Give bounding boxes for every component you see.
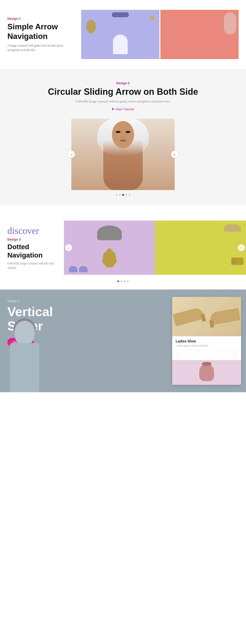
section3-dotted-nav: discover Design 3 Dotted Navigation Full…: [0, 206, 246, 278]
section1-description: 3 image carousel with gutter and circula…: [7, 43, 74, 52]
section2-carousel-wrapper: ‹ ›: [71, 119, 175, 190]
product-arrow-left[interactable]: ‹: [176, 352, 182, 358]
section3-carousel-area: ‹ ›: [64, 220, 246, 275]
section4-vertical-slider: Design 4 Vertical Slider Shop Now: [0, 290, 246, 392]
product-subtitle: Lorem ipsum dolor sit amet: [176, 344, 238, 347]
flower-decoration: [150, 16, 155, 20]
sunglasses-decoration: [112, 12, 129, 17]
left-eye: [116, 131, 121, 133]
s3-dot-3[interactable]: [124, 280, 125, 282]
hat-decoration: [97, 226, 122, 240]
section2-carousel: [71, 119, 175, 190]
shoe-heel-right: [201, 314, 206, 322]
section3-design-label: Design 3: [7, 238, 59, 241]
section1-design-label: Design 1: [7, 17, 74, 20]
shoe-heel-left: [209, 320, 214, 328]
section2-header: Design 2 Circular Sliding Arrow on Both …: [7, 81, 239, 111]
person-body: [10, 343, 39, 392]
product-card-nav: ‹ ›: [172, 350, 241, 360]
shoes-decoration: [69, 266, 88, 272]
dot-3[interactable]: [122, 194, 124, 196]
dot-2[interactable]: [119, 194, 121, 196]
section2-description: Fullwidth image carousel without gutter,…: [7, 100, 239, 104]
section1-simple-arrow: Design 1 Simple Arrow Navigation 3 image…: [0, 0, 246, 69]
section1-images: [81, 10, 239, 59]
section3-container: discover Design 3 Dotted Navigation Full…: [0, 206, 246, 290]
s3-dot-4[interactable]: [127, 280, 129, 282]
product-card-image: [172, 297, 241, 336]
shoe-left-display: [209, 308, 241, 325]
section3-bottom: [0, 278, 246, 290]
section1-title: Simple Arrow Navigation: [7, 22, 74, 41]
nose: [122, 136, 124, 138]
belt-decoration: [231, 258, 244, 265]
s3-dot-2[interactable]: [121, 280, 122, 282]
play-icon: [112, 108, 114, 110]
buckle-decoration: [233, 259, 236, 263]
dot-1[interactable]: [116, 194, 118, 196]
leaf-gold-decoration: [102, 248, 117, 267]
shoe-right: [79, 266, 88, 272]
section3-image-yellow: [155, 220, 246, 275]
shoe-right-display: [173, 307, 205, 326]
section2-circular-arrow: Design 2 Circular Sliding Arrow on Both …: [0, 69, 246, 206]
discover-script: discover: [7, 225, 59, 236]
vase-opening: [202, 362, 212, 366]
product-card: Ladies Shoe Lorem ipsum dolor sit amet ‹…: [172, 297, 241, 385]
clothing-decoration: [221, 14, 235, 33]
carousel-arrow-right[interactable]: ›: [171, 151, 178, 158]
carousel-arrow-left[interactable]: ‹: [68, 151, 75, 158]
leaf-decoration: [86, 20, 96, 33]
product-arrow-right[interactable]: ›: [232, 352, 238, 358]
section4-right: Ladies Shoe Lorem ipsum dolor sit amet ‹…: [69, 290, 246, 392]
model-face: [112, 121, 134, 148]
shoes-top: [224, 224, 244, 238]
s3-dot-1[interactable]: [117, 280, 119, 282]
vase-decoration: [199, 364, 214, 381]
section2-dots: [7, 190, 239, 206]
dot-5[interactable]: [129, 194, 130, 196]
section1-image-purple: [81, 10, 159, 59]
section3-arrow-left[interactable]: ‹: [65, 244, 72, 251]
product-card-body: Ladies Shoe Lorem ipsum dolor sit amet: [172, 336, 241, 350]
section1-image-pink: [160, 10, 239, 59]
section2-design-label: Design 2: [7, 81, 239, 85]
person-figure: [0, 314, 54, 392]
section1-text-block: Design 1 Simple Arrow Navigation 3 image…: [7, 17, 81, 52]
dot-4[interactable]: [125, 194, 127, 196]
shoe-top-item: [224, 224, 241, 232]
section3-carousel: [64, 220, 246, 275]
section3-description: Fullwidth image carousel with title and …: [7, 261, 59, 270]
model-wrapper: [98, 119, 148, 190]
view-tutorial-link[interactable]: View Tutorial: [112, 107, 134, 111]
section4-left: Design 4 Vertical Slider Shop Now: [0, 290, 69, 392]
lips: [120, 140, 126, 142]
right-eye: [125, 131, 130, 133]
section4-design-label: Design 4: [7, 299, 61, 303]
person-head: [15, 321, 34, 346]
model-body: [103, 126, 143, 190]
section2-title: Circular Sliding Arrow on Both Side: [7, 86, 239, 97]
section3-dots: [117, 278, 129, 290]
product-card-image2: [172, 360, 241, 385]
shoe-left: [69, 266, 77, 272]
section3-title: Dotted Navigation: [7, 243, 59, 259]
section3-arrow-right[interactable]: ›: [238, 244, 245, 251]
section3-image-purple: [64, 220, 155, 275]
carousel-background: [71, 119, 175, 190]
shoes-display: [172, 308, 241, 325]
section3-text-block: discover Design 3 Dotted Navigation Full…: [0, 218, 64, 278]
product-title: Ladies Shoe: [176, 339, 238, 343]
